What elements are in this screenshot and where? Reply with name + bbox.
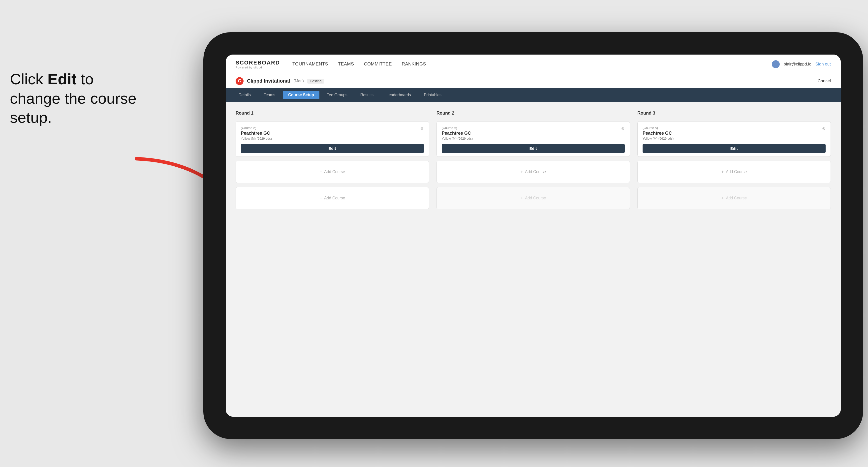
round-3-add-course-2: + Add Course <box>638 187 831 209</box>
tournament-gender: (Men) <box>293 79 304 83</box>
tab-bar: Details Teams Course Setup Tee Groups Re… <box>226 88 841 102</box>
round-3-course-name: Peachtree GC <box>643 131 826 136</box>
main-content: Round 1 ⊗ (Course A) Peachtree GC Yellow… <box>226 102 841 417</box>
nav-tournaments[interactable]: TOURNAMENTS <box>292 62 328 67</box>
round-1-course-name: Peachtree GC <box>241 131 424 136</box>
user-avatar <box>772 60 780 68</box>
instruction-text: Click Edit to change the course setup. <box>0 69 144 127</box>
tab-teams[interactable]: Teams <box>258 91 281 99</box>
round-1-edit-button[interactable]: Edit <box>241 144 424 153</box>
logo-area: SCOREBOARD Powered by clippd <box>236 60 280 69</box>
rounds-grid: Round 1 ⊗ (Course A) Peachtree GC Yellow… <box>236 111 831 209</box>
round-2-delete-icon[interactable]: ⊗ <box>619 125 626 132</box>
tab-course-setup[interactable]: Course Setup <box>283 91 319 99</box>
round-3-course-details: Yellow (M) (6629 yds) <box>643 137 826 141</box>
round-2-add-course-2: + Add Course <box>436 187 630 209</box>
tab-tee-groups[interactable]: Tee Groups <box>321 91 353 99</box>
round-2-course-card: ⊗ (Course A) Peachtree GC Yellow (M) (66… <box>436 121 630 157</box>
sign-out-link[interactable]: Sign out <box>815 62 831 67</box>
round-1-delete-icon[interactable]: ⊗ <box>418 125 425 132</box>
round-2-add-plus-2: + <box>520 196 523 201</box>
round-3-delete-icon[interactable]: ⊗ <box>820 125 827 132</box>
nav-committee[interactable]: COMMITTEE <box>364 62 392 67</box>
round-1-add-plus-1: + <box>319 169 322 175</box>
tablet-screen: SCOREBOARD Powered by clippd TOURNAMENTS… <box>226 55 841 417</box>
round-3-add-label-2: Add Course <box>726 196 747 200</box>
logo-subtitle: Powered by clippd <box>236 66 280 69</box>
round-2-add-label-1: Add Course <box>525 169 546 174</box>
tab-leaderboards[interactable]: Leaderboards <box>381 91 416 99</box>
tablet-frame: SCOREBOARD Powered by clippd TOURNAMENTS… <box>204 32 863 439</box>
round-3-add-plus-2: + <box>721 196 724 201</box>
round-2-add-label-2: Add Course <box>525 196 546 200</box>
tournament-info: C Clippd Invitational (Men) Hosting <box>236 77 324 85</box>
round-1-course-details: Yellow (M) (6629 yds) <box>241 137 424 141</box>
user-email: blair@clippd.io <box>784 62 811 67</box>
round-3-title: Round 3 <box>638 111 831 116</box>
round-1-course-card: ⊗ (Course A) Peachtree GC Yellow (M) (66… <box>236 121 429 157</box>
round-3-course-label: (Course A) <box>643 126 826 130</box>
tab-printables[interactable]: Printables <box>418 91 447 99</box>
clippd-logo: C <box>236 77 244 85</box>
round-1-course-label: (Course A) <box>241 126 424 130</box>
round-3-add-label-1: Add Course <box>726 169 747 174</box>
round-3-add-course-1[interactable]: + Add Course <box>638 161 831 183</box>
round-1-title: Round 1 <box>236 111 429 116</box>
round-1-column: Round 1 ⊗ (Course A) Peachtree GC Yellow… <box>236 111 429 209</box>
top-navigation: SCOREBOARD Powered by clippd TOURNAMENTS… <box>226 55 841 74</box>
round-2-course-details: Yellow (M) (6629 yds) <box>442 137 625 141</box>
round-3-course-card: ⊗ (Course A) Peachtree GC Yellow (M) (66… <box>638 121 831 157</box>
round-1-add-course-1[interactable]: + Add Course <box>236 161 429 183</box>
cancel-button[interactable]: Cancel <box>818 79 831 84</box>
nav-teams[interactable]: TEAMS <box>338 62 354 67</box>
round-1-add-label-2: Add Course <box>324 196 345 200</box>
round-2-add-course-1[interactable]: + Add Course <box>436 161 630 183</box>
sub-header: C Clippd Invitational (Men) Hosting Canc… <box>226 74 841 88</box>
hosting-badge: Hosting <box>307 79 324 84</box>
tournament-name: Clippd Invitational <box>247 78 290 84</box>
round-2-edit-button[interactable]: Edit <box>442 144 625 153</box>
nav-right: blair@clippd.io Sign out <box>772 60 831 68</box>
round-2-course-label: (Course A) <box>442 126 625 130</box>
round-1-add-label-1: Add Course <box>324 169 345 174</box>
round-3-edit-button[interactable]: Edit <box>643 144 826 153</box>
round-2-add-plus-1: + <box>520 169 523 175</box>
tab-results[interactable]: Results <box>355 91 379 99</box>
round-1-add-course-2[interactable]: + Add Course <box>236 187 429 209</box>
round-2-column: Round 2 ⊗ (Course A) Peachtree GC Yellow… <box>436 111 630 209</box>
logo-title: SCOREBOARD <box>236 60 280 66</box>
round-2-title: Round 2 <box>436 111 630 116</box>
round-3-add-plus-1: + <box>721 169 724 175</box>
tab-details[interactable]: Details <box>233 91 256 99</box>
round-2-course-name: Peachtree GC <box>442 131 625 136</box>
round-3-column: Round 3 ⊗ (Course A) Peachtree GC Yellow… <box>638 111 831 209</box>
round-1-add-plus-2: + <box>319 196 322 201</box>
nav-rankings[interactable]: RANKINGS <box>402 62 426 67</box>
nav-links: TOURNAMENTS TEAMS COMMITTEE RANKINGS <box>292 62 772 67</box>
